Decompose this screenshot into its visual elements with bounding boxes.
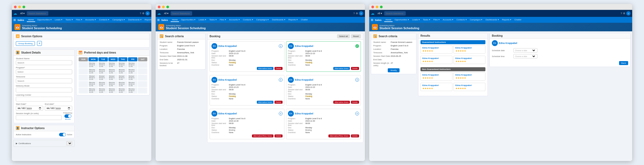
help-icon-3[interactable]: ?: [621, 12, 622, 15]
nav-tab-files-1[interactable]: Files ▾: [75, 18, 83, 22]
nav-chatter-3[interactable]: Chatter: [513, 18, 523, 22]
close-btn-2[interactable]: [158, 6, 160, 8]
setup-icon[interactable]: ⚙: [142, 12, 144, 15]
booking-add-2[interactable]: +: [279, 78, 283, 82]
day-mon[interactable]: MON: [89, 57, 98, 61]
reset-btn[interactable]: Reset: [351, 34, 361, 38]
maximize-btn-3[interactable]: [380, 6, 383, 8]
group-booking-btn[interactable]: Group Booking: [16, 41, 35, 46]
start-date-input[interactable]: [16, 106, 43, 111]
user-avatar-1[interactable]: U: [145, 11, 150, 16]
instructor-card-7[interactable]: Edna Krappabel ★★★★★: [453, 83, 485, 91]
add-session-btn[interactable]: +: [37, 41, 42, 46]
setup-icon-2[interactable]: ⚙: [356, 12, 358, 15]
instructor-card-4[interactable]: Edna Krappabel ★★★★★: [420, 72, 452, 81]
sf-search-2[interactable]: [171, 11, 192, 16]
day-wed[interactable]: WED: [108, 57, 118, 61]
delete-btn-2[interactable]: Delete: [275, 101, 283, 104]
booking-add-4[interactable]: +: [279, 112, 283, 115]
nav-opp-3[interactable]: Opportunities ▾: [393, 18, 410, 22]
day-fri[interactable]: FRI: [128, 57, 137, 61]
schedule-date-input[interactable]: Choose a date: [513, 48, 537, 52]
alt-times-btn-0[interactable]: Alternative times: [257, 67, 273, 70]
nav-campaigns-2[interactable]: Campaigns ▾: [255, 18, 270, 22]
nav-files-3[interactable]: Files ▾: [432, 18, 441, 22]
minimize-btn-2[interactable]: [162, 6, 165, 8]
nav-contacts-2[interactable]: Contacts ▾: [241, 18, 254, 22]
day-tue[interactable]: TUE: [98, 57, 108, 61]
instructor-card-2[interactable]: Edna Krappabel ★★★★★: [420, 56, 452, 64]
learning-center-input[interactable]: [16, 97, 72, 102]
nav-tab-dashboards-1[interactable]: Dashboards ▾: [127, 18, 142, 22]
sf-search-1[interactable]: [27, 11, 48, 16]
back-btn[interactable]: Back: [619, 61, 628, 65]
nav-chatter-2[interactable]: Chatter: [299, 18, 309, 22]
nav-tab-home-1[interactable]: Home: [27, 18, 35, 22]
nav-reports-3[interactable]: Reports ▾: [501, 18, 513, 22]
alt-times-btn-4[interactable]: Alternative/Resc times: [252, 134, 273, 137]
nav-tab-contacts-1[interactable]: Contacts ▾: [98, 18, 111, 22]
help-icon[interactable]: ?: [140, 12, 141, 15]
schedule-date-select[interactable]: [530, 49, 536, 52]
nav-leads-3[interactable]: Leads ▾: [411, 18, 421, 22]
nav-tab-home-2[interactable]: Home: [171, 18, 179, 22]
setup-icon-3[interactable]: ⚙: [623, 12, 625, 15]
nav-dashboards-2[interactable]: Dashboards ▾: [270, 18, 286, 22]
nav-files-2[interactable]: Files ▾: [218, 18, 227, 22]
instructor-card-3[interactable]: Edna Krappabel ★★★★★: [453, 56, 485, 64]
nav-tab-tasks-1[interactable]: Tasks ▾: [64, 18, 74, 22]
certifications-select[interactable]: [66, 141, 72, 145]
alt-times-btn-1[interactable]: Alternative times: [333, 67, 350, 70]
certifications-bar[interactable]: ▶ Certifications: [13, 140, 75, 147]
sf-nav-all-2[interactable]: All ▾: [163, 12, 170, 15]
nav-tab-home-3[interactable]: Home: [384, 18, 393, 22]
sf-search-3[interactable]: [384, 11, 406, 16]
booking-check-1[interactable]: ✓: [355, 44, 359, 48]
instructor-card-0[interactable]: Edna Krappabel ★★★★★: [420, 45, 452, 54]
instructor-card-6[interactable]: Edna Krappabel ★★★★★: [420, 83, 452, 91]
user-avatar-3[interactable]: U: [626, 11, 631, 16]
help-icon-2[interactable]: ?: [353, 12, 355, 15]
schedule-time-select[interactable]: [530, 55, 536, 58]
modify-btn[interactable]: Modify: [388, 68, 400, 72]
select-all-btn[interactable]: Select all: [337, 34, 350, 38]
nav-reports-2[interactable]: Reports ▾: [287, 18, 299, 22]
booking-add-0[interactable]: +: [279, 44, 283, 48]
close-btn[interactable]: [14, 6, 17, 8]
delete-btn-5[interactable]: Delete: [351, 134, 359, 137]
close-btn-3[interactable]: [371, 6, 374, 8]
nav-accounts-2[interactable]: Accounts ▾: [228, 18, 241, 22]
student-name-input[interactable]: [16, 60, 72, 65]
instructor-card-5[interactable]: Edna Krappabel ★★★★★: [453, 72, 485, 81]
day-sun[interactable]: SUN: [79, 57, 88, 61]
sf-nav-all-3[interactable]: All ▾: [376, 12, 383, 15]
alt-times-btn-5[interactable]: Alternative/Resc times: [328, 134, 350, 137]
maximize-btn[interactable]: [23, 6, 25, 8]
booking-add-5[interactable]: +: [355, 112, 359, 115]
nav-tab-accounts-1[interactable]: Accounts ▾: [84, 18, 97, 22]
day-thu[interactable]: THU: [118, 57, 128, 61]
nav-accounts-3[interactable]: Accounts ▾: [441, 18, 455, 22]
nav-tab-leads-1[interactable]: Leads ▾: [53, 18, 64, 22]
alt-times-btn-2[interactable]: Alternative times: [257, 101, 273, 104]
nav-campaigns-3[interactable]: Campaigns ▾: [469, 18, 484, 22]
delete-btn-0[interactable]: Delete: [275, 67, 283, 70]
sf-nav-all[interactable]: All ▾: [19, 12, 26, 15]
alt-times-btn-3[interactable]: Alternative times: [333, 101, 350, 104]
user-avatar-2[interactable]: U: [359, 11, 363, 16]
nav-tab-opp-1[interactable]: Opportunities ▾: [36, 18, 53, 22]
nav-tab-reports-1[interactable]: Reports ▾: [143, 18, 151, 22]
nav-dashboards-3[interactable]: Dashboards ▾: [484, 18, 500, 22]
minimize-btn-3[interactable]: [376, 6, 378, 8]
delivery-mode-input[interactable]: [16, 88, 72, 92]
session-length-input[interactable]: [16, 115, 62, 120]
delete-btn-3[interactable]: Delete: [351, 101, 359, 104]
booking-add-3[interactable]: +: [355, 78, 359, 82]
frequency-toggle[interactable]: [64, 114, 71, 118]
delete-btn-1[interactable]: Delete: [351, 67, 359, 70]
end-date-input[interactable]: [45, 106, 72, 111]
day-sat[interactable]: SAT: [138, 57, 147, 61]
schedule-time-input[interactable]: Choose a date: [513, 54, 537, 58]
minimize-btn[interactable]: [18, 6, 21, 8]
nav-opp-2[interactable]: Opportunities ▾: [180, 18, 197, 22]
